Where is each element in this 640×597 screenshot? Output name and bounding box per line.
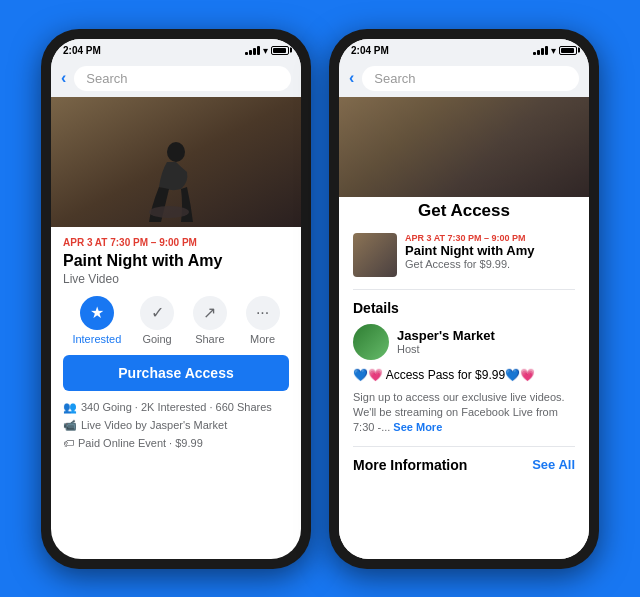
share-label: Share [195,333,224,345]
going-button[interactable]: ✓ Going [140,296,174,345]
event-image-left [51,97,301,227]
phones-container: 2:04 PM ▾ ‹ Search [21,9,619,589]
event-stat-going: 👥 340 Going · 2K Interested · 660 Shares [63,401,289,414]
people-icon: 👥 [63,401,77,414]
interested-label: Interested [72,333,121,345]
event-title-left: Paint Night with Amy [63,251,289,270]
host-avatar [353,324,389,360]
battery-icon-right [559,46,577,55]
status-bar-right: 2:04 PM ▾ [339,39,589,60]
svg-point-2 [167,142,185,162]
phone-right: 2:04 PM ▾ ‹ Search [329,29,599,569]
details-section-label: Details [353,300,575,316]
modal-background-image [339,97,589,197]
modal-bg-artwork [339,97,589,197]
search-bar-right[interactable]: ‹ Search [339,60,589,97]
modal-event-price: Get Access for $9.99. [405,258,575,270]
purchase-access-button[interactable]: Purchase Access [63,355,289,391]
more-icon: ··· [246,296,280,330]
event-type-left: Live Video [63,272,289,286]
action-buttons-left: ★ Interested ✓ Going ↗ Share ··· More [63,296,289,345]
modal-event-info: APR 3 AT 7:30 PM – 9:00 PM Paint Night w… [405,233,575,271]
modal-title: Get Access [353,201,575,221]
wifi-icon-right: ▾ [551,45,556,56]
search-input-left[interactable]: Search [74,66,291,91]
battery-icon [271,46,289,55]
going-icon: ✓ [140,296,174,330]
access-description: Sign up to access our exclusive live vid… [353,390,575,436]
signal-icon [245,46,260,55]
search-input-right[interactable]: Search [362,66,579,91]
modal-overlay: Get Access APR 3 AT 7:30 PM – 9:00 PM Pa… [339,97,589,559]
event-stat-video: 📹 Live Video by Jasper's Market [63,419,289,432]
host-info: Jasper's Market Host [397,328,495,355]
video-icon: 📹 [63,419,77,432]
host-role: Host [397,343,495,355]
event-content-left: APR 3 AT 7:30 PM – 9:00 PM Paint Night w… [51,227,301,559]
share-button[interactable]: ↗ Share [193,296,227,345]
more-button[interactable]: ··· More [246,296,280,345]
modal-event-row: APR 3 AT 7:30 PM – 9:00 PM Paint Night w… [353,233,575,290]
wifi-icon: ▾ [263,45,268,56]
see-all-link[interactable]: See All [532,457,575,472]
status-time-right: 2:04 PM [351,45,389,56]
event-date-left: APR 3 AT 7:30 PM – 9:00 PM [63,237,289,248]
modal-sheet: Get Access APR 3 AT 7:30 PM – 9:00 PM Pa… [339,187,589,559]
svg-rect-5 [339,97,589,197]
status-icons-right: ▾ [533,45,577,56]
share-icon: ↗ [193,296,227,330]
modal-event-date: APR 3 AT 7:30 PM – 9:00 PM [405,233,575,243]
search-bar-left[interactable]: ‹ Search [51,60,301,97]
back-arrow-icon-right[interactable]: ‹ [349,69,354,87]
more-info-row: More Information See All [353,446,575,473]
status-time-left: 2:04 PM [63,45,101,56]
see-more-link[interactable]: See More [393,421,442,433]
interested-button[interactable]: ★ Interested [72,296,121,345]
back-arrow-icon[interactable]: ‹ [61,69,66,87]
access-pass-label: 💙💗 Access Pass for $9.99💙💗 [353,368,535,382]
signal-icon-right [533,46,548,55]
interested-icon: ★ [80,296,114,330]
host-row: Jasper's Market Host [353,324,575,360]
phone-left: 2:04 PM ▾ ‹ Search [41,29,311,569]
modal-event-thumbnail [353,233,397,277]
access-pass-row: 💙💗 Access Pass for $9.99💙💗 [353,368,575,382]
more-info-label: More Information [353,457,467,473]
status-icons-left: ▾ [245,45,289,56]
more-label: More [250,333,275,345]
ticket-icon: 🏷 [63,437,74,449]
status-bar-left: 2:04 PM ▾ [51,39,301,60]
host-name: Jasper's Market [397,328,495,343]
modal-event-title: Paint Night with Amy [405,243,575,259]
event-artwork [51,97,301,227]
event-stat-price: 🏷 Paid Online Event · $9.99 [63,437,289,449]
svg-point-3 [149,206,189,218]
going-label: Going [142,333,171,345]
